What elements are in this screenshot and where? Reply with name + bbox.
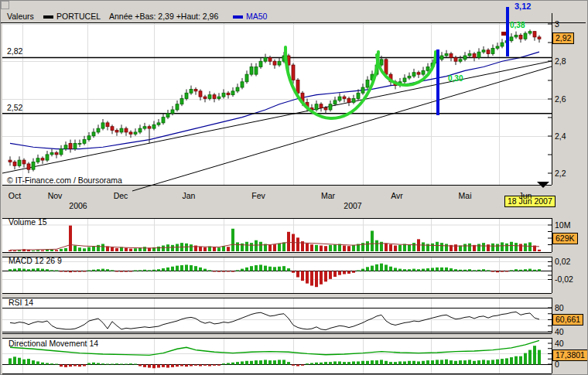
x-axis-month-label: Mai — [459, 191, 472, 200]
x-axis-month-label: Mar — [321, 191, 335, 200]
rsi-axis-label: 80 — [555, 303, 564, 312]
dm-axis-label: 0 — [555, 360, 559, 369]
chart-svg — [1, 1, 588, 375]
dm-panel-title: Directional Movement 14 — [9, 339, 98, 348]
measured-move-label-1: 0,38 — [510, 21, 525, 30]
x-axis-month-label: Nov — [48, 191, 63, 200]
y-axis-price-label: 3 — [555, 19, 559, 29]
rsi-badge: 60,661 — [552, 314, 583, 326]
y-axis-price-label: 2,2 — [555, 169, 566, 178]
x-axis-month-label: Jun — [519, 191, 532, 200]
x-axis-month-label: Oct — [9, 191, 21, 200]
volume-panel-title: Volume 15 — [9, 217, 47, 227]
ma50-swatch-icon — [233, 15, 243, 19]
rsi-axis-label: 40 — [555, 327, 564, 336]
last-price-marker — [501, 32, 506, 36]
rsi-panel-title: RSI 14 — [9, 298, 33, 307]
stock-chart-widget: Valeurs PORTUCEL Année +Bas: 2,39 +Haut:… — [0, 0, 588, 375]
last-price-badge: 2,92 — [552, 32, 574, 44]
y-axis-price-label: 2,8 — [555, 56, 566, 66]
x-axis-month-label: Jan — [183, 191, 196, 200]
x-axis-year-label: 2007 — [344, 201, 361, 210]
dm-axis-label: 40 — [555, 339, 564, 348]
ma50-label: MA50 — [246, 12, 267, 21]
y-axis-price-label: 2,4 — [555, 131, 566, 141]
x-axis-month-label: Dec — [114, 191, 128, 200]
chart-canvas[interactable] — [1, 1, 588, 375]
volume-badge: 629K — [552, 233, 578, 244]
price-series-swatch-icon — [43, 15, 53, 19]
macd-panel-title: MACD 12 26 9 — [9, 256, 62, 265]
x-axis-month-label: Avr — [391, 191, 403, 200]
x-axis-month-label: Fev — [251, 191, 265, 200]
y-axis-price-label: 2,6 — [555, 94, 566, 104]
macd-axis-label: -0,02 — [555, 274, 573, 284]
series-name: PORTUCEL — [56, 12, 101, 21]
volume-axis-label: 10M — [555, 220, 570, 230]
legend-values-label: Valeurs — [7, 12, 34, 21]
measured-move-label-2: 0,30 — [448, 74, 463, 84]
macd-axis-label: 0,02 — [555, 257, 570, 266]
copyright-text: © IT-Finance.com / Boursorama — [7, 176, 122, 185]
resistance-level-label: 2,82 — [7, 46, 22, 56]
x-axis-year-label: 2006 — [69, 201, 87, 210]
target-price-label: 3,12 — [514, 2, 531, 11]
year-range-text: Année +Bas: 2,39 +Haut: 2,96 — [109, 12, 218, 21]
support-level-label: 2,52 — [7, 103, 22, 112]
